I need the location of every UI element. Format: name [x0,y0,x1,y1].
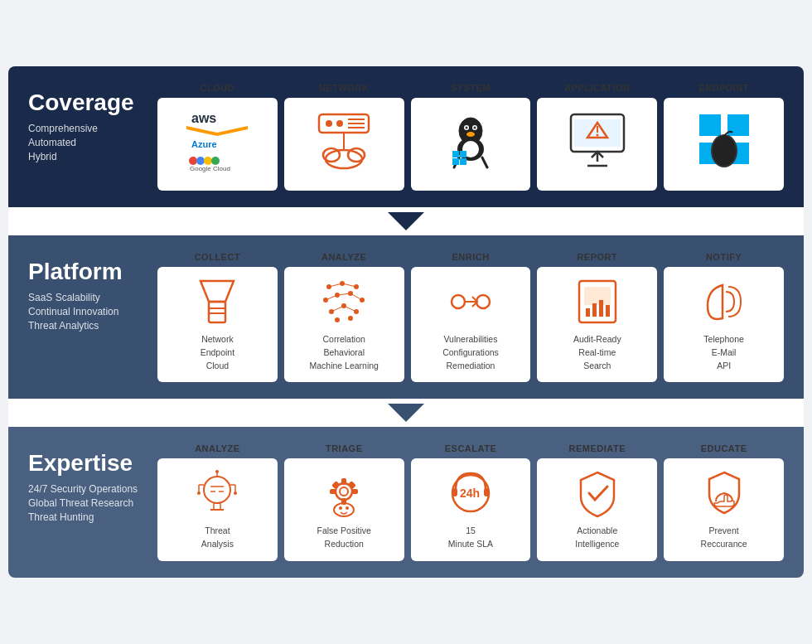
svg-rect-72 [584,287,611,305]
card-endpoint [664,98,784,191]
svg-rect-105 [452,488,457,496]
svg-point-101 [339,506,342,510]
expertise-label: Expertise 24/7 Security Operations Globa… [28,443,144,525]
card-application [537,98,657,191]
svg-point-9 [326,120,332,127]
expertise-title: Expertise [28,450,144,477]
analyze-e-icon [192,468,242,518]
coverage-cards-area: CLOUD NETWORK SYSTEM APPLICATION ENDPOIN… [157,83,784,191]
col-cloud: CLOUD [157,83,278,93]
collect-icon [192,277,242,327]
card-network [284,98,404,191]
triage-icon [319,468,369,518]
col-report: REPORT [537,252,657,262]
svg-point-68 [452,295,465,308]
platform-point-1: SaaS Scalability [28,292,144,303]
expertise-point-1: 24/7 Security Operations [28,483,144,495]
svg-rect-28 [452,151,459,157]
svg-point-93 [340,487,348,496]
svg-point-10 [336,120,343,127]
platform-title: Platform [28,259,144,285]
svg-point-60 [348,316,353,321]
expertise-headers: ANALYZE TRIAGE ESCALATE REMEDIATE EDUCAT… [157,443,784,453]
svg-point-102 [346,506,349,510]
col-escalate: ESCALATE [411,443,531,453]
platform-cards-area: COLLECT ANALYZE ENRICH REPORT NOTIFY [157,252,784,382]
coverage-label: Coverage Comprehensive Automated Hybrid [28,83,144,165]
card-report: Audit-Ready Real-time Search [537,267,657,382]
system-icon [437,108,504,174]
svg-point-14 [326,150,362,168]
svg-text:aws: aws [191,111,216,125]
analyze-platform-icon [319,277,369,327]
svg-text:24h: 24h [460,487,480,500]
svg-point-78 [204,477,230,503]
svg-point-84 [197,491,201,495]
application-icon [564,108,631,174]
svg-point-15 [323,148,340,162]
svg-rect-29 [460,151,466,157]
card-collect: Network Endpoint Cloud [157,267,278,382]
svg-rect-96 [330,489,336,494]
expertise-point-3: Threat Hunting [28,511,144,523]
platform-label: Platform SaaS Scalability Continual Inno… [28,252,144,334]
platform-cards-row: Network Endpoint Cloud [157,267,784,382]
col-remediate: REMEDIATE [537,443,657,453]
svg-line-61 [329,283,342,287]
col-notify: NOTIFY [664,252,784,262]
svg-rect-76 [606,305,610,317]
coverage-point-1: Comprehensive [28,123,144,134]
svg-text:Google Cloud: Google Cloud [190,165,230,172]
svg-marker-45 [201,281,234,302]
card-escalate: 24h 15 Minute SLA [411,458,531,561]
svg-line-63 [326,295,337,300]
col-application: APPLICATION [537,83,657,93]
report-icon [573,277,622,327]
card-triage: False Positive Reduction [284,458,404,561]
cloud-icon: aws Azure Google Cloud [180,108,254,174]
svg-rect-46 [209,302,225,322]
svg-point-6 [211,157,220,165]
svg-point-3 [189,157,197,165]
expertise-point-2: Global Threat Research [28,497,144,509]
notify-text: Telephone E-Mail API [703,333,743,372]
coverage-section: Coverage Comprehensive Automated Hybrid … [8,66,804,207]
col-network: NETWORK [284,83,404,93]
svg-point-5 [204,157,212,165]
card-notify: Telephone E-Mail API [664,267,784,382]
svg-point-23 [466,132,475,137]
svg-line-67 [344,306,356,312]
main-container: Coverage Comprehensive Automated Hybrid … [8,66,804,578]
educate-icon [699,468,749,518]
svg-rect-40 [727,114,749,136]
svg-point-85 [234,491,237,495]
svg-point-44 [713,136,736,166]
col-triage: TRIAGE [284,443,404,453]
col-enrich: ENRICH [411,252,531,262]
col-analyze-p: ANALYZE [284,252,404,262]
card-analyze-e: Threat Analysis [157,458,278,561]
network-icon [311,108,377,174]
endpoint-icon [691,108,757,174]
expertise-cards-area: ANALYZE TRIAGE ESCALATE REMEDIATE EDUCAT… [157,443,784,561]
escalate-icon: 24h [446,468,495,518]
analyze-e-text: Threat Analysis [201,525,234,551]
coverage-cards-row: aws Azure Google Cloud [157,98,784,191]
coverage-title: Coverage [28,90,144,116]
svg-point-86 [215,470,219,473]
platform-headers: COLLECT ANALYZE ENRICH REPORT NOTIFY [157,252,784,262]
svg-rect-94 [341,478,346,485]
svg-point-4 [196,157,205,165]
col-collect: COLLECT [157,252,278,262]
svg-point-59 [335,317,340,322]
enrich-icon [446,277,495,327]
card-educate: Prevent Reccurance [664,458,784,561]
remediate-text: Actionable Intelligence [575,525,619,551]
col-system: SYSTEM [411,83,531,93]
platform-point-2: Continual Innovation [28,306,144,317]
report-text: Audit-Ready Real-time Search [573,333,621,372]
svg-line-65 [350,293,362,300]
col-educate: EDUCATE [664,443,784,453]
enrich-text: Vulnerabilities Configurations Remediati… [442,333,499,372]
svg-rect-75 [599,300,603,317]
